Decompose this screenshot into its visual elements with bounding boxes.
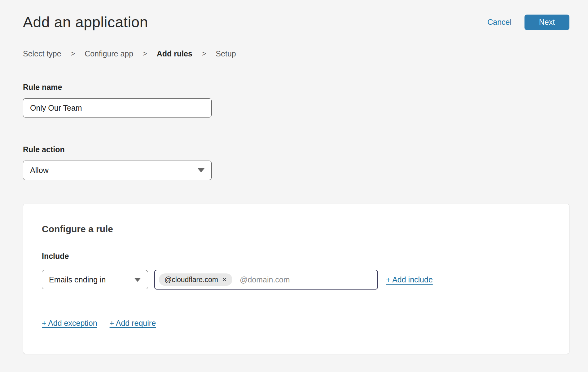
chevron-down-icon: [134, 278, 141, 282]
remove-tag-icon[interactable]: ✕: [222, 277, 227, 282]
configure-rule-card: Configure a rule Include Emails ending i…: [23, 204, 569, 354]
breadcrumb-separator: >: [143, 50, 147, 58]
email-domain-tag-label: @cloudflare.com: [165, 276, 218, 284]
breadcrumb-step-configure-app[interactable]: Configure app: [85, 49, 133, 58]
breadcrumb-separator: >: [71, 50, 75, 58]
header-actions: Cancel Next: [487, 15, 569, 30]
rule-action-label: Rule action: [23, 145, 569, 154]
next-button[interactable]: Next: [524, 15, 569, 30]
include-label: Include: [42, 252, 551, 261]
add-include-link[interactable]: + Add include: [386, 275, 433, 284]
rule-action-select[interactable]: Allow: [23, 161, 212, 180]
chevron-down-icon: [198, 168, 204, 172]
configure-rule-title: Configure a rule: [42, 224, 551, 234]
add-require-link[interactable]: + Add require: [110, 319, 156, 328]
breadcrumb-step-select-type[interactable]: Select type: [23, 49, 61, 58]
include-row: Emails ending in @cloudflare.com ✕ + Add…: [42, 270, 551, 290]
email-domain-tag-input[interactable]: @cloudflare.com ✕: [154, 270, 378, 290]
breadcrumb-step-add-rules[interactable]: Add rules: [157, 49, 192, 58]
add-exception-link[interactable]: + Add exception: [42, 319, 97, 328]
card-footer-links: + Add exception + Add require: [42, 319, 551, 328]
page-header: Add an application Cancel Next: [23, 0, 569, 31]
rule-name-input[interactable]: [23, 98, 212, 117]
page-container: Add an application Cancel Next Select ty…: [0, 0, 588, 354]
rule-name-label: Rule name: [23, 83, 569, 92]
page-title: Add an application: [23, 14, 148, 31]
breadcrumb-separator: >: [202, 50, 206, 58]
breadcrumb-step-setup[interactable]: Setup: [216, 49, 236, 58]
include-condition-selected-value: Emails ending in: [49, 275, 106, 284]
email-domain-tag: @cloudflare.com ✕: [159, 273, 232, 286]
cancel-button[interactable]: Cancel: [487, 18, 511, 27]
breadcrumb: Select type > Configure app > Add rules …: [23, 49, 569, 58]
email-domain-entry-input[interactable]: [240, 275, 373, 284]
include-condition-select[interactable]: Emails ending in: [42, 270, 148, 289]
rule-action-selected-value: Allow: [30, 166, 49, 175]
